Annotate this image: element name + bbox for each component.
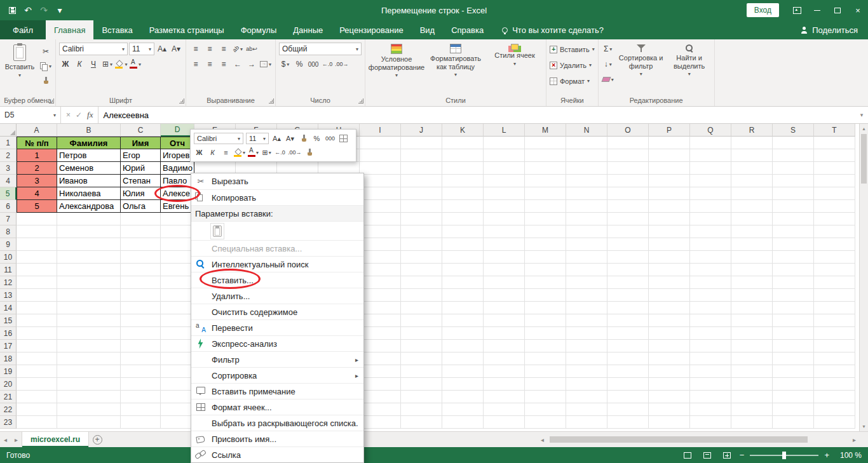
cell-S9[interactable]: [773, 238, 814, 251]
cell-styles-button[interactable]: Стили ячеек ▾: [487, 41, 543, 67]
tab-data[interactable]: Данные: [285, 20, 331, 39]
cell-L3[interactable]: [484, 162, 525, 175]
cell-Q13[interactable]: [690, 289, 731, 302]
cell-O11[interactable]: [607, 264, 649, 276]
decrease-decimal-button[interactable]: .00→: [335, 58, 349, 70]
cell-Q16[interactable]: [690, 327, 731, 340]
cell-P13[interactable]: [649, 289, 690, 302]
cell-T13[interactable]: [814, 289, 855, 302]
column-header-L[interactable]: L: [484, 124, 525, 137]
cell-D14[interactable]: [161, 302, 194, 314]
underline-button[interactable]: Ч: [87, 58, 100, 70]
cell-D18[interactable]: [161, 352, 194, 365]
cell-M5[interactable]: [525, 187, 566, 200]
redo-button[interactable]: ↷: [37, 3, 51, 18]
font-color-button[interactable]: ▾: [129, 58, 142, 70]
row-header-16[interactable]: 16: [0, 327, 17, 340]
tab-home[interactable]: Главная: [46, 20, 93, 39]
cell-A11[interactable]: [17, 264, 57, 276]
page-break-view-button[interactable]: [720, 449, 734, 461]
cell-N5[interactable]: [566, 187, 607, 200]
menu-item-quick-analysis[interactable]: Экспресс-анализ: [191, 335, 363, 351]
cell-I21[interactable]: [360, 391, 401, 403]
hscroll-thumb[interactable]: [550, 436, 808, 443]
zoom-in-button[interactable]: +: [824, 450, 829, 460]
row-header-20[interactable]: 20: [0, 378, 17, 391]
column-header-A[interactable]: A: [17, 124, 57, 137]
vscroll-thumb[interactable]: [861, 134, 867, 184]
menu-item-paste-special[interactable]: Специальная вставка...: [191, 240, 363, 256]
cell-L14[interactable]: [484, 302, 525, 314]
sort-filter-button[interactable]: Сортировка и фильтр ▾: [618, 41, 665, 77]
cell-J22[interactable]: [401, 403, 442, 416]
tab-file[interactable]: Файл: [0, 20, 46, 39]
enter-button[interactable]: ✓: [76, 111, 82, 119]
tab-view[interactable]: Вид: [412, 20, 444, 39]
cell-M14[interactable]: [525, 302, 566, 314]
cell-N22[interactable]: [566, 403, 607, 416]
cell-Q8[interactable]: [690, 225, 731, 238]
bold-button[interactable]: Ж: [59, 58, 72, 70]
increase-decimal-button[interactable]: ←.0: [321, 58, 334, 70]
cell-P7[interactable]: [649, 213, 690, 225]
cell-R9[interactable]: [731, 238, 773, 251]
cell-P16[interactable]: [649, 327, 690, 340]
cell-T8[interactable]: [814, 225, 855, 238]
mini-fill-color-button[interactable]: ▾: [234, 147, 245, 158]
mini-bold-button[interactable]: Ж: [194, 147, 205, 158]
cell-M13[interactable]: [525, 289, 566, 302]
cell-L17[interactable]: [484, 340, 525, 352]
cell-C2[interactable]: Егор: [121, 149, 161, 162]
cell-I20[interactable]: [360, 378, 401, 391]
cell-C23[interactable]: [121, 416, 161, 429]
align-center-button[interactable]: ≡: [203, 58, 216, 70]
cell-B6[interactable]: Александрова: [57, 200, 121, 213]
cell-J6[interactable]: [401, 200, 442, 213]
cell-I11[interactable]: [360, 264, 401, 276]
cell-M9[interactable]: [525, 238, 566, 251]
cell-N1[interactable]: [566, 137, 607, 149]
mini-paintbrush-button[interactable]: [304, 147, 315, 158]
format-as-table-button[interactable]: Форматировать как таблицу ▾: [428, 41, 484, 77]
cell-J8[interactable]: [401, 225, 442, 238]
cell-R5[interactable]: [731, 187, 773, 200]
menu-item-sort[interactable]: Сортировка▸: [191, 367, 363, 383]
cell-T7[interactable]: [814, 213, 855, 225]
italic-button[interactable]: К: [73, 58, 86, 70]
cell-K20[interactable]: [442, 378, 484, 391]
scroll-up-button[interactable]: ▴: [860, 124, 868, 133]
cell-K17[interactable]: [442, 340, 484, 352]
cell-Q6[interactable]: [690, 200, 731, 213]
cell-L11[interactable]: [484, 264, 525, 276]
cell-Q19[interactable]: [690, 365, 731, 378]
cell-Q20[interactable]: [690, 378, 731, 391]
cell-M10[interactable]: [525, 251, 566, 264]
cell-C10[interactable]: [121, 251, 161, 264]
cell-A23[interactable]: [17, 416, 57, 429]
cell-S19[interactable]: [773, 365, 814, 378]
cell-P20[interactable]: [649, 378, 690, 391]
cell-C19[interactable]: [121, 365, 161, 378]
decrease-font-button[interactable]: А▾: [170, 43, 182, 55]
mini-decrease-decimal-button[interactable]: .00→: [288, 147, 302, 158]
mini-decrease-font-button[interactable]: А▾: [285, 133, 295, 144]
cell-O23[interactable]: [607, 416, 649, 429]
cell-Q23[interactable]: [690, 416, 731, 429]
align-right-button[interactable]: ≡: [217, 58, 230, 70]
cell-Q5[interactable]: [690, 187, 731, 200]
ribbon-display-options-button[interactable]: [787, 0, 807, 20]
mini-font-size-combo[interactable]: 11▾: [246, 133, 269, 144]
vertical-scrollbar[interactable]: ▴ ▾: [859, 124, 868, 431]
cell-A20[interactable]: [17, 378, 57, 391]
cell-N14[interactable]: [566, 302, 607, 314]
cell-T2[interactable]: [814, 149, 855, 162]
align-bottom-button[interactable]: ≡: [217, 43, 230, 55]
cell-J2[interactable]: [401, 149, 442, 162]
menu-item-copy[interactable]: Копировать: [191, 189, 363, 205]
cell-A4[interactable]: 3: [17, 175, 57, 187]
cell-O19[interactable]: [607, 365, 649, 378]
cell-Q4[interactable]: [690, 175, 731, 187]
cell-D12[interactable]: [161, 276, 194, 289]
cell-T6[interactable]: [814, 200, 855, 213]
currency-format-button[interactable]: $▾: [279, 58, 292, 70]
